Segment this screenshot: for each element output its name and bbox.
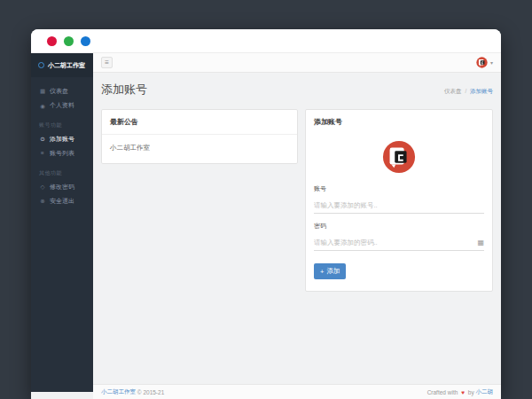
page-title: 添加账号: [101, 82, 147, 98]
sidebar-item-dashboard[interactable]: ▦ 仪表盘: [31, 84, 93, 98]
brand-name: 小二胡工作室: [48, 61, 85, 70]
page-footer: 小二胡工作室 © 2015-21 Crafted with ♥ by 小二胡: [93, 384, 501, 399]
top-navbar: ≡ ▾: [93, 53, 501, 73]
password-field-group: 密码 ▦: [314, 222, 484, 251]
breadcrumb-parent[interactable]: 仪表盘: [444, 88, 462, 94]
footer-credit-middle: by: [468, 389, 474, 395]
sidebar-item-label: 账号列表: [50, 150, 74, 157]
sidebar-item-label: 个人资料: [50, 102, 74, 109]
sidebar-item-account-list[interactable]: ≡ 账号列表: [31, 146, 93, 160]
profile-icon: ◉: [39, 103, 46, 110]
add-account-submit-button[interactable]: + 添加: [314, 263, 346, 279]
sidebar-nav: ▦ 仪表盘 ◉ 个人资料 账号功能 ⊙ 添加账号 ≡ 账号列表: [31, 77, 93, 208]
sidebar-item-logout[interactable]: ⊗ 安全退出: [31, 194, 93, 208]
user-menu[interactable]: ▾: [476, 57, 493, 68]
dashboard-icon: ▦: [39, 88, 46, 95]
sidebar-brand[interactable]: 小二胡工作室: [31, 53, 93, 77]
main-column: ≡ ▾ 添加账号: [93, 53, 501, 399]
heart-icon: ♥: [461, 389, 465, 395]
footer-brand-link[interactable]: 小二胡工作室: [101, 388, 136, 395]
page-content: 添加账号 仪表盘 / 添加账号 最新公告 小二胡工作室: [93, 73, 501, 384]
sidebar-item-label: 仪表盘: [50, 88, 68, 95]
studio-logo: [382, 140, 416, 174]
notice-card-content: 小二胡工作室: [102, 135, 297, 163]
zoom-window-button[interactable]: [81, 36, 90, 46]
brand-circle-icon: [38, 62, 44, 68]
page-heading-row: 添加账号 仪表盘 / 添加账号: [101, 82, 493, 98]
plus-icon: +: [320, 268, 324, 276]
window-titlebar: [31, 29, 501, 53]
notice-card-title: 最新公告: [102, 110, 297, 135]
sidebar-item-profile[interactable]: ◉ 个人资料: [31, 98, 93, 113]
sidebar-item-label: 安全退出: [50, 198, 74, 205]
sidebar-toggle-button[interactable]: ≡: [101, 57, 113, 68]
desktop-background: 小二胡工作室 ▦ 仪表盘 ◉ 个人资料 账号功能 ⊙ 添加账号: [0, 0, 532, 399]
add-account-card-title: 添加账号: [314, 117, 484, 127]
change-password-icon: ◇: [39, 184, 46, 191]
admin-app: 小二胡工作室 ▦ 仪表盘 ◉ 个人资料 账号功能 ⊙ 添加账号: [31, 53, 501, 399]
footer-copyright: 小二胡工作室 © 2015-21: [101, 388, 164, 396]
sidebar-item-add-account[interactable]: ⊙ 添加账号: [31, 132, 93, 146]
logo-wrap: [314, 140, 484, 174]
password-field-label: 密码: [314, 222, 484, 231]
logout-icon: ⊗: [39, 198, 46, 205]
footer-author-link[interactable]: 小二胡: [476, 388, 494, 395]
add-account-icon: ⊙: [39, 136, 46, 143]
sidebar-section-accounts: 账号功能: [31, 113, 93, 132]
sidebar-item-change-password[interactable]: ◇ 修改密码: [31, 180, 93, 194]
account-field-label: 账号: [314, 184, 484, 193]
account-field-group: 账号: [314, 184, 484, 214]
submit-label: 添加: [326, 267, 340, 276]
notice-card: 最新公告 小二胡工作室: [101, 109, 298, 164]
add-account-card: 添加账号 账号: [305, 109, 493, 292]
browser-window: 小二胡工作室 ▦ 仪表盘 ◉ 个人资料 账号功能 ⊙ 添加账号: [31, 29, 501, 399]
sidebar-section-other: 其他功能: [31, 161, 93, 180]
account-list-icon: ≡: [39, 150, 46, 157]
chevron-down-icon: ▾: [490, 59, 493, 66]
minimize-window-button[interactable]: [64, 36, 74, 46]
generate-password-icon[interactable]: ▦: [477, 239, 484, 246]
cards-row: 最新公告 小二胡工作室 添加账号: [101, 109, 493, 292]
footer-credit: Crafted with ♥ by 小二胡: [427, 388, 493, 396]
breadcrumb: 仪表盘 / 添加账号: [444, 88, 493, 98]
footer-copyright-text: © 2015-21: [137, 389, 164, 395]
sidebar-item-label: 添加账号: [50, 136, 74, 143]
account-input[interactable]: [314, 199, 484, 214]
sidebar: 小二胡工作室 ▦ 仪表盘 ◉ 个人资料 账号功能 ⊙ 添加账号: [31, 53, 93, 392]
close-window-button[interactable]: [47, 36, 57, 46]
user-avatar-logo: [476, 57, 488, 68]
password-input[interactable]: [314, 236, 484, 251]
sidebar-item-label: 修改密码: [50, 184, 74, 191]
breadcrumb-separator: /: [465, 88, 466, 94]
breadcrumb-current[interactable]: 添加账号: [470, 88, 493, 94]
footer-credit-prefix: Crafted with: [427, 389, 458, 395]
